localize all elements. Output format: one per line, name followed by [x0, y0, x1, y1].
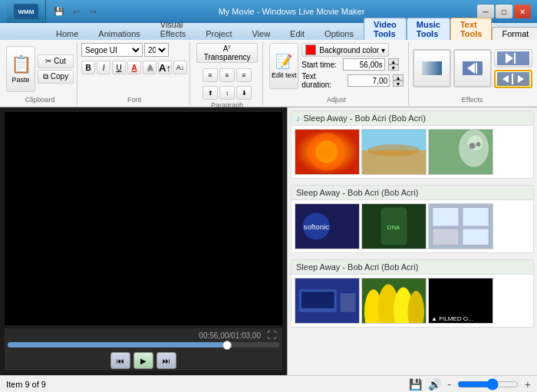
text-duration-spinner: ▲ ▼: [393, 74, 404, 87]
start-time-up[interactable]: ▲: [388, 58, 399, 64]
start-time-row: Start time: ▲ ▼: [301, 58, 404, 71]
effect-center-button[interactable]: [494, 70, 532, 88]
effect-left-button[interactable]: [453, 49, 492, 87]
background-color-button[interactable]: Background color ▾: [301, 43, 389, 57]
italic-button[interactable]: I: [97, 61, 110, 74]
position-top-button[interactable]: ⬆: [203, 86, 218, 100]
media-group-3: Sleep Away - Bob Acri (Bob Acri): [291, 259, 534, 328]
text-duration-up[interactable]: ▲: [393, 74, 404, 81]
font-size-decrease-button[interactable]: A↓: [173, 61, 187, 74]
tab-project[interactable]: Project: [196, 27, 242, 40]
font-color-button[interactable]: A: [127, 61, 141, 74]
text-duration-down[interactable]: ▼: [393, 81, 404, 87]
main-area: 00:56,00/01:03,00 ⛶ ⏮ ▶ ⏭ ♪ Sleep Away -…: [0, 107, 537, 375]
timeline-area: 00:56,00/01:03,00 ⛶ ⏮ ▶ ⏭: [5, 328, 282, 371]
thumbnail-8[interactable]: [361, 278, 427, 324]
status-icon-1[interactable]: 💾: [409, 378, 422, 390]
thumbnail-9[interactable]: ▲ FILMED O...: [428, 278, 493, 324]
transparency-button[interactable]: Aᵀ Transparency: [196, 43, 258, 63]
font-size-select[interactable]: 20: [144, 43, 169, 57]
media-group-header-3: Sleep Away - Bob Acri (Bob Acri): [292, 260, 533, 275]
window-controls: ─ □ ✕: [477, 5, 531, 18]
font-format-row: B I U A A A↑ A↓: [81, 61, 187, 74]
tab-video-tools[interactable]: Video Tools: [364, 18, 407, 40]
paragraph-content: Aᵀ Transparency ≡ ≡ ≡ ⬆ ↕ ⬇: [196, 43, 258, 100]
redo-button[interactable]: ↪: [86, 5, 100, 18]
tab-music-tools[interactable]: Music Tools: [407, 18, 450, 40]
text-duration-input[interactable]: [348, 74, 390, 87]
align-right-button[interactable]: ≡: [236, 68, 252, 82]
progress-bar[interactable]: [8, 342, 279, 348]
font-size-increase-button[interactable]: A↑: [158, 61, 172, 74]
tab-format[interactable]: Format: [492, 27, 537, 40]
maximize-button[interactable]: □: [496, 5, 512, 18]
thumbnail-4[interactable]: softonic: [295, 203, 360, 249]
svg-text:DNA: DNA: [387, 224, 400, 231]
media-thumbnails-2: softonic DNA: [292, 200, 533, 252]
position-middle-button[interactable]: ↕: [219, 86, 235, 100]
position-bottom-button[interactable]: ⬇: [236, 86, 252, 100]
item-count: Item 9 of 9: [6, 380, 46, 389]
cut-button[interactable]: ✂ Cut: [38, 54, 74, 68]
forward-button[interactable]: ⏭: [156, 352, 176, 369]
thumbnail-7[interactable]: [295, 278, 360, 324]
progress-fill: [8, 342, 225, 348]
time-display: 00:56,00/01:03,00: [199, 331, 264, 340]
ribbon-group-adjust: 📝 Edit text Background color ▾ Start tim…: [265, 41, 409, 105]
tab-options[interactable]: Options: [315, 27, 364, 40]
tab-view[interactable]: View: [242, 27, 280, 40]
underline-button[interactable]: U: [112, 61, 126, 74]
bg-color-row: Background color ▾: [301, 43, 404, 57]
paste-button[interactable]: 📋 Paste: [6, 46, 35, 92]
align-center-button[interactable]: ≡: [219, 68, 235, 82]
tab-animations[interactable]: Animations: [88, 27, 150, 40]
svg-rect-33: [433, 229, 459, 245]
effect-right-button[interactable]: [494, 49, 532, 68]
start-time-down[interactable]: ▼: [388, 64, 399, 71]
save-button[interactable]: 💾: [52, 5, 66, 18]
font-family-select[interactable]: Segoe UI: [81, 43, 143, 57]
tab-home[interactable]: Home: [46, 27, 88, 40]
rewind-button[interactable]: ⏮: [110, 352, 130, 369]
bold-button[interactable]: B: [81, 61, 95, 74]
edit-text-button[interactable]: 📝 Edit text: [269, 43, 298, 89]
effects-buttons: [413, 49, 532, 88]
start-time-label: Start time:: [301, 61, 337, 69]
media-group-title-1: Sleep Away - Bob Acri (Bob Acri): [304, 114, 426, 123]
effect-fade-button[interactable]: [413, 49, 451, 87]
paste-label: Paste: [12, 76, 30, 84]
tab-text-tools[interactable]: Text Tools: [450, 18, 493, 40]
thumbnail-2[interactable]: [361, 129, 427, 175]
font-shadow-button[interactable]: A: [143, 61, 156, 74]
align-left-button[interactable]: ≡: [203, 68, 218, 82]
svg-point-21: [468, 136, 483, 151]
app-logo: WMM: [6, 0, 46, 23]
thumbnail-1[interactable]: [295, 129, 360, 175]
thumbnail-6[interactable]: [428, 203, 493, 249]
start-time-spinner: ▲ ▼: [388, 58, 399, 71]
color-swatch: [305, 44, 316, 55]
media-thumbnails-3: ▲ FILMED O...: [292, 275, 533, 327]
zoom-slider[interactable]: [457, 380, 519, 388]
close-button[interactable]: ✕: [514, 5, 531, 18]
undo-button[interactable]: ↩: [69, 5, 83, 18]
status-icon-2[interactable]: 🔊: [428, 378, 441, 390]
progress-thumb[interactable]: [222, 341, 232, 350]
minimize-button[interactable]: ─: [477, 5, 494, 18]
tab-edit[interactable]: Edit: [280, 27, 315, 40]
thumbnail-5[interactable]: DNA: [361, 203, 427, 249]
status-bar: Item 9 of 9 💾 🔊 - +: [0, 375, 537, 392]
zoom-out-label: -: [447, 378, 451, 390]
start-time-input[interactable]: [343, 58, 385, 71]
play-button[interactable]: ▶: [133, 352, 153, 369]
font-content: Segoe UI 20 B I U A A A↑ A↓: [81, 43, 187, 94]
thumbnail-3[interactable]: [428, 129, 493, 175]
text-duration-label: Text duration:: [301, 72, 341, 89]
preview-area: 00:56,00/01:03,00 ⛶ ⏮ ▶ ⏭: [0, 107, 288, 375]
copy-button[interactable]: ⧉ Copy: [38, 70, 74, 84]
right-panel: ♪ Sleep Away - Bob Acri (Bob Acri): [288, 107, 537, 375]
tab-visual-effects[interactable]: Visual Effects: [150, 18, 196, 40]
media-group-2: Sleep Away - Bob Acri (Bob Acri) softoni…: [291, 185, 534, 253]
playback-controls: ⏮ ▶ ⏭: [8, 352, 279, 369]
fullscreen-button[interactable]: ⛶: [267, 330, 276, 341]
